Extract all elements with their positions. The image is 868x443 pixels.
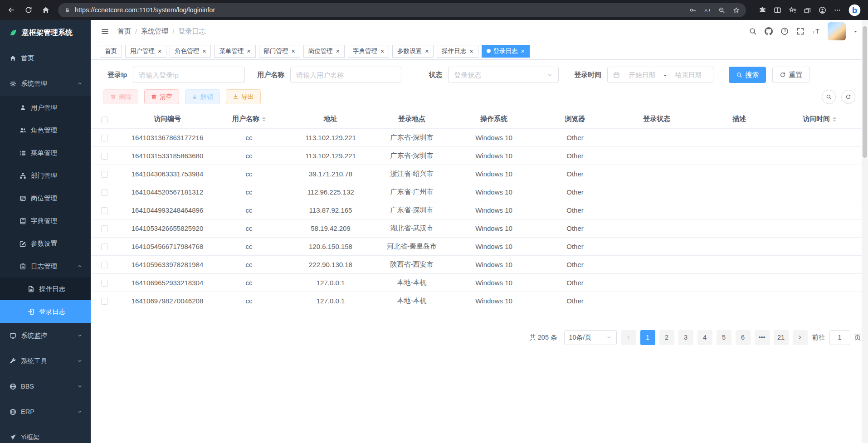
sort-caret[interactable] xyxy=(262,117,266,122)
row-checkbox[interactable] xyxy=(101,207,108,214)
sort-caret[interactable] xyxy=(833,117,836,122)
extensions-icon[interactable] xyxy=(759,6,766,14)
sidebar-item-system-monitor[interactable]: 系统监控 xyxy=(0,323,91,348)
tab-item[interactable]: 操作日志× xyxy=(437,45,478,58)
table-row[interactable]: 1641059633978281984cc222.90.130.18陕西省-西安… xyxy=(91,255,868,273)
back-icon[interactable] xyxy=(7,6,15,14)
sidebar-toggle-icon[interactable] xyxy=(101,27,109,36)
sidebar-item-role-mgmt[interactable]: 角色管理 xyxy=(0,119,91,141)
prev-page-button[interactable] xyxy=(621,330,636,345)
login-ip-input-box[interactable] xyxy=(133,67,245,83)
date-range-picker[interactable]: 开始日期 - 结束日期 xyxy=(607,67,713,83)
close-icon[interactable]: × xyxy=(469,48,473,54)
table-row[interactable]: 1641069652933218304cc127.0.0.1本地-本机Windo… xyxy=(91,273,868,292)
close-icon[interactable]: × xyxy=(292,48,295,54)
page-button[interactable]: 6 xyxy=(736,330,751,345)
address-bar[interactable]: https://ccnetcore.com:1101/system/log/lo… xyxy=(58,3,746,17)
favorites-star-icon[interactable] xyxy=(733,7,740,14)
refresh-icon[interactable] xyxy=(24,6,33,14)
sidebar-item-menu-mgmt[interactable]: 菜单管理 xyxy=(0,141,91,164)
table-row[interactable]: 1641043063331753984cc39.171.210.78浙江省-绍兴… xyxy=(91,165,868,183)
tab-item[interactable]: 菜单管理× xyxy=(214,45,255,58)
close-icon[interactable]: × xyxy=(202,48,206,54)
column-header-user_name[interactable]: 用户名称 xyxy=(217,110,281,128)
sidebar-item-dept-mgmt[interactable]: 部门管理 xyxy=(0,164,91,187)
lock-icon[interactable] xyxy=(64,7,70,13)
page-button[interactable]: 5 xyxy=(717,330,731,345)
breadcrumb-item[interactable]: 首页 xyxy=(117,27,131,36)
sidebar-item-login-log[interactable]: 登录日志 xyxy=(0,300,91,323)
close-icon[interactable]: × xyxy=(521,48,525,54)
sidebar-item-post-mgmt[interactable]: 岗位管理 xyxy=(0,187,91,209)
tab-item[interactable]: 登录日志× xyxy=(482,45,530,58)
close-icon[interactable]: × xyxy=(336,48,340,54)
tab-item[interactable]: 岗位管理× xyxy=(303,45,345,58)
row-checkbox[interactable] xyxy=(101,153,108,160)
tab-item[interactable]: 用户管理× xyxy=(125,45,166,58)
profile-icon[interactable] xyxy=(819,6,826,14)
row-checkbox[interactable] xyxy=(101,298,108,305)
page-button[interactable]: 21 xyxy=(774,330,789,345)
table-row[interactable]: 1641031533185863680cc113.102.129.221广东省-… xyxy=(91,146,868,165)
user-name-input-box[interactable] xyxy=(290,67,401,83)
row-checkbox[interactable] xyxy=(101,135,108,141)
delete-button[interactable]: 删除 xyxy=(103,89,138,104)
page-button[interactable]: 2 xyxy=(659,330,674,345)
row-checkbox[interactable] xyxy=(101,189,108,196)
sidebar-item-yi-framework[interactable]: Yi框架 xyxy=(0,424,91,443)
table-row[interactable]: 1641044520567181312cc112.96.225.132广东省-广… xyxy=(91,183,868,201)
tab-item[interactable]: 部门管理× xyxy=(259,45,300,58)
help-icon[interactable]: ? xyxy=(780,27,789,35)
table-row[interactable]: 1641053426655825920cc58.19.42.209湖北省-武汉市… xyxy=(91,219,868,237)
page-size-select[interactable]: 10条/页 xyxy=(564,330,617,345)
page-button[interactable]: 4 xyxy=(697,330,712,345)
page-button[interactable]: 1 xyxy=(640,330,655,345)
sidebar-item-system-tools[interactable]: 系统工具 xyxy=(0,348,91,374)
sidebar-item-dict-mgmt[interactable]: 字典管理 xyxy=(0,209,91,232)
row-checkbox[interactable] xyxy=(101,280,108,287)
read-aloud-icon[interactable]: A xyxy=(704,7,711,14)
key-icon[interactable] xyxy=(689,7,696,14)
tab-item[interactable]: 参数设置× xyxy=(392,45,434,58)
sidebar-item-bbs[interactable]: BBS xyxy=(0,374,91,399)
unlock-button[interactable]: 解锁 xyxy=(185,89,220,104)
tab-item[interactable]: 角色管理× xyxy=(170,45,211,58)
github-icon[interactable] xyxy=(765,27,773,35)
sidebar-item-param-settings[interactable]: 参数设置 xyxy=(0,232,91,255)
scrollbar[interactable] xyxy=(862,20,868,443)
fullscreen-icon[interactable] xyxy=(796,27,805,35)
split-screen-icon[interactable] xyxy=(774,6,781,14)
table-row[interactable]: 1641069798270046208cc127.0.0.1本地-本机Windo… xyxy=(91,292,868,310)
sidebar-item-user-mgmt[interactable]: 用户管理 xyxy=(0,96,91,119)
refresh-table-button[interactable] xyxy=(841,90,855,104)
page-button[interactable]: 3 xyxy=(678,330,693,345)
clear-button[interactable]: 清空 xyxy=(144,89,179,104)
table-row[interactable]: 1641031367863177216cc113.102.129.221广东省-… xyxy=(91,128,868,146)
tab-item[interactable]: 首页 xyxy=(100,45,122,58)
search-button[interactable]: 搜索 xyxy=(729,67,766,83)
close-icon[interactable]: × xyxy=(247,48,250,54)
user-avatar[interactable] xyxy=(828,22,846,40)
column-header-visit_time[interactable]: 访问时间 xyxy=(771,110,868,128)
row-checkbox[interactable] xyxy=(101,225,108,232)
sidebar-item-operation-log[interactable]: 操作日志 xyxy=(0,277,91,300)
font-size-icon[interactable]: TT xyxy=(812,27,820,35)
table-row[interactable]: 1641044993248464896cc113.87.92.165广东省-深圳… xyxy=(91,201,868,219)
favorites-bar-icon[interactable] xyxy=(789,6,796,14)
sidebar-item-erp[interactable]: ERP xyxy=(0,399,91,424)
row-checkbox[interactable] xyxy=(101,262,108,268)
tab-item[interactable]: 字典管理× xyxy=(348,45,389,58)
status-select[interactable] xyxy=(448,67,559,83)
sidebar-item-log-mgmt[interactable]: 日志管理 xyxy=(0,255,91,277)
export-button[interactable]: 导出 xyxy=(226,89,261,104)
close-icon[interactable]: × xyxy=(380,48,384,54)
close-icon[interactable]: × xyxy=(158,48,161,54)
user-name-input[interactable] xyxy=(296,71,395,79)
zoom-out-icon[interactable] xyxy=(718,7,725,14)
more-icon[interactable] xyxy=(834,6,841,14)
toggle-search-button[interactable] xyxy=(822,90,836,104)
select-all-checkbox[interactable] xyxy=(101,117,108,123)
sidebar-item-home[interactable]: 首页 xyxy=(0,45,91,71)
bing-icon[interactable]: b xyxy=(848,4,861,16)
status-select-input[interactable] xyxy=(454,71,545,79)
